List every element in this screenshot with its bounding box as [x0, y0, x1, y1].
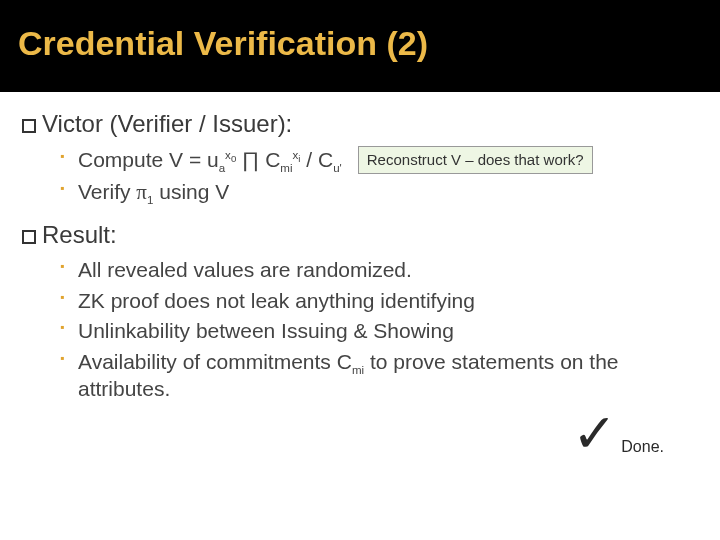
square-bullet-icon	[22, 230, 36, 244]
compute-cm-sub: mi	[280, 162, 292, 174]
verify-prefix: Verify	[78, 180, 136, 203]
check-icon: ✓	[572, 417, 617, 449]
compute-div: / C	[300, 148, 333, 171]
slide-content: Victor (Verifier / Issuer): Compute V = …	[0, 92, 720, 468]
done-text: Done.	[621, 438, 664, 458]
done-row: ✓ Done.	[22, 417, 698, 458]
compute-sup-x0: x0	[225, 149, 236, 161]
compute-prefix: Compute V = u	[78, 148, 219, 171]
section-victor-head: Victor (Verifier / Issuer):	[22, 110, 698, 138]
compute-cu-sub: u'	[333, 162, 342, 174]
verify-item: Verify π1 using V	[60, 178, 698, 206]
section-result-text: Result:	[42, 221, 117, 248]
result-sublist: All revealed values are randomized. ZK p…	[60, 257, 698, 403]
result4-sub: mi	[352, 365, 364, 377]
result-item: ZK proof does not leak anything identify…	[60, 288, 698, 315]
verify-suffix: using V	[153, 180, 229, 203]
result4-prefix: Availability of commitments C	[78, 350, 352, 373]
compute-item: Compute V = uax0 ∏ Cmixi / Cu' Reconstru…	[60, 146, 698, 174]
compute-formula: Compute V = uax0 ∏ Cmixi / Cu'	[78, 146, 342, 174]
section-victor-text: Victor (Verifier / Issuer):	[42, 110, 292, 137]
square-bullet-icon	[22, 119, 36, 133]
result-item-commitments: Availability of commitments Cmi to prove…	[60, 349, 698, 403]
compute-sub-a: a	[219, 162, 225, 174]
compute-prod: ∏ C	[236, 148, 280, 171]
section-result-head: Result:	[22, 221, 698, 249]
title-bar: Credential Verification (2)	[0, 0, 720, 89]
result-item: All revealed values are randomized.	[60, 257, 698, 284]
slide-title: Credential Verification (2)	[18, 24, 702, 63]
victor-sublist: Compute V = uax0 ∏ Cmixi / Cu' Reconstru…	[60, 146, 698, 207]
result-item: Unlinkability between Issuing & Showing	[60, 318, 698, 345]
verify-pi: π	[136, 180, 147, 204]
reconstruct-note: Reconstruct V – does that work?	[358, 146, 593, 174]
